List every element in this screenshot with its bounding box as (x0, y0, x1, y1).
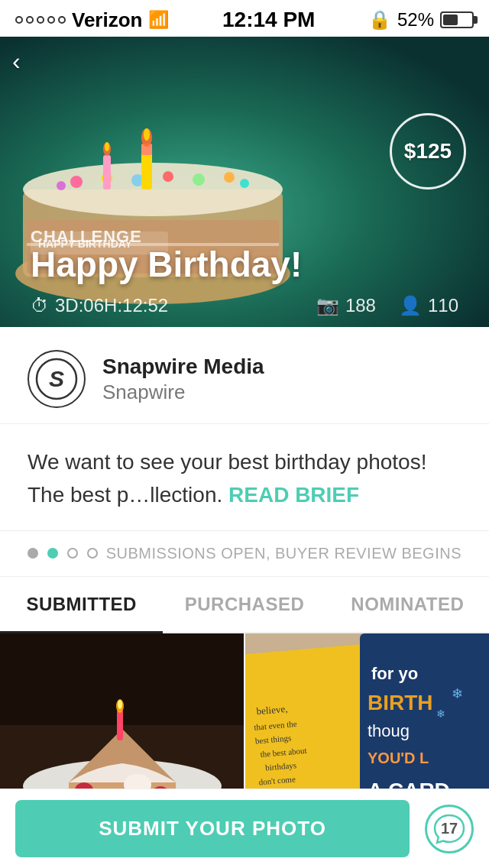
svg-point-9 (224, 172, 235, 183)
progress-dot-1 (28, 548, 38, 559)
dot5 (58, 16, 66, 24)
clock-icon: ⏱ (31, 295, 49, 316)
people-count: 110 (428, 295, 458, 316)
price-value: $125 (404, 139, 452, 164)
status-right: 🔒 52% (368, 9, 474, 31)
progress-dot-3 (67, 548, 78, 559)
hero-meta: ⏱ 3D:06H:12:52 📷 188 👤 110 (31, 295, 458, 316)
svg-rect-18 (103, 155, 111, 189)
submit-photo-button[interactable]: SUBMIT YOUR PHOTO (15, 800, 410, 857)
svg-text:thoug: thoug (368, 721, 410, 740)
profile-avatar: S (28, 350, 86, 408)
profile-sub: Snapwire (102, 381, 264, 404)
svg-point-7 (163, 171, 173, 182)
svg-point-11 (240, 179, 249, 188)
dot4 (47, 16, 55, 24)
progress-dots (28, 548, 98, 559)
time-display: 12:14 PM (222, 8, 315, 32)
svg-point-4 (70, 176, 83, 188)
tab-purchased[interactable]: PURCHASED (163, 577, 325, 632)
svg-point-33 (118, 700, 122, 709)
read-brief-link[interactable]: READ BRIEF (228, 483, 359, 507)
tab-bar: SUBMITTED PURCHASED NOMINATED (0, 577, 489, 633)
svg-point-10 (57, 181, 66, 190)
profile-section: S Snapwire Media Snapwire (0, 327, 489, 424)
svg-text:S: S (49, 366, 64, 391)
tab-submitted[interactable]: SUBMITTED (0, 577, 163, 632)
dot3 (37, 16, 44, 24)
price-badge: $125 (390, 113, 466, 189)
person-icon: 👤 (399, 295, 422, 316)
svg-text:BIRTH: BIRTH (368, 691, 433, 714)
hero-section: HAPPY BIRTHDAY ‹ $125 CHALLENGE Happy Bi… (0, 37, 489, 327)
progress-dot-2 (47, 548, 58, 559)
back-button[interactable]: ‹ (12, 47, 21, 76)
signal-dots (15, 16, 66, 24)
description-section: We want to see your best birthday photos… (0, 424, 489, 531)
people-stat: 👤 110 (399, 295, 458, 316)
hero-stats: 📷 188 👤 110 (316, 295, 458, 316)
wifi-icon: 📶 (148, 10, 169, 30)
battery-icon (440, 11, 474, 28)
photos-stat: 📷 188 (316, 295, 376, 316)
description-text: We want to see your best birthday photos… (28, 445, 461, 512)
challenge-title: Happy Birthday! (31, 244, 302, 285)
battery-percent: 52% (397, 9, 434, 31)
camera-icon: 📷 (316, 295, 339, 316)
svg-point-20 (105, 142, 109, 151)
chat-count: 17 (441, 820, 458, 837)
photos-count: 188 (345, 295, 376, 316)
svg-point-8 (193, 173, 205, 186)
battery-fill (443, 15, 458, 25)
svg-text:for yo: for yo (371, 664, 418, 683)
dot1 (15, 16, 23, 24)
svg-text:YOU'D L: YOU'D L (368, 750, 429, 766)
svg-point-17 (144, 128, 150, 141)
status-row: SUBMISSIONS OPEN, BUYER REVIEW BEGINS (0, 531, 489, 577)
progress-dot-4 (87, 548, 98, 559)
svg-rect-31 (117, 710, 123, 740)
tab-nominated[interactable]: NOMINATED (326, 577, 489, 632)
dot2 (26, 16, 34, 24)
hero-timer-area: ⏱ 3D:06H:12:52 (31, 295, 168, 316)
chat-button[interactable]: 17 (425, 805, 474, 853)
timer-value: 3D:06H:12:52 (55, 295, 168, 316)
profile-name: Snapwire Media (102, 355, 264, 379)
status-label: SUBMISSIONS OPEN, BUYER REVIEW BEGINS (106, 545, 461, 562)
svg-text:❄: ❄ (436, 708, 445, 720)
svg-text:❄: ❄ (452, 686, 463, 701)
snapwire-logo-svg: S (35, 358, 78, 400)
profile-info: Snapwire Media Snapwire (102, 355, 264, 404)
lock-icon: 🔒 (368, 9, 391, 31)
status-bar: Verizon 📶 12:14 PM 🔒 52% (0, 0, 489, 37)
status-left: Verizon 📶 (15, 8, 169, 32)
carrier-label: Verizon (72, 8, 142, 32)
submit-area: SUBMIT YOUR PHOTO 17 (0, 789, 489, 868)
description-body: We want to see your best birthday photos… (28, 450, 426, 507)
